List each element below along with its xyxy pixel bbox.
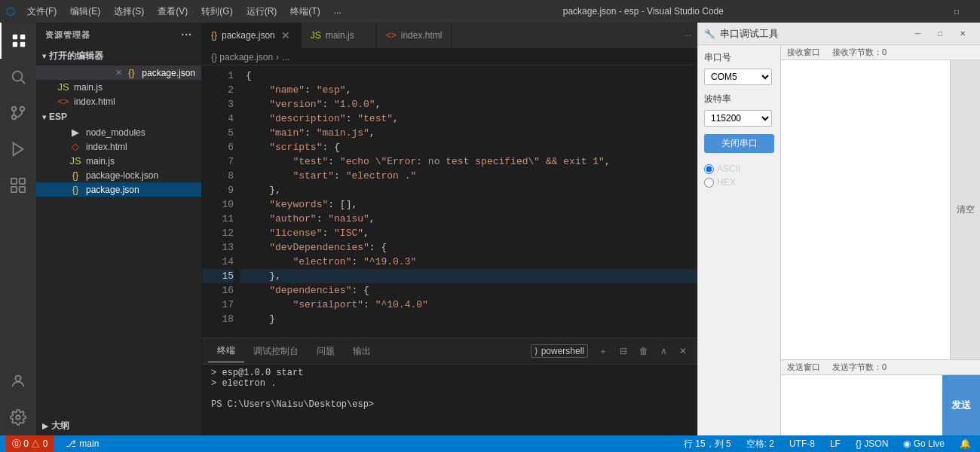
status-golive[interactable]: ◉ Go Live bbox=[900, 438, 948, 449]
svg-rect-3 bbox=[20, 42, 25, 47]
status-language[interactable]: {} JSON bbox=[853, 438, 891, 449]
serial-recv-area: 清空 bbox=[781, 60, 980, 359]
tab-package-json[interactable]: {} package.json ✕ bbox=[202, 23, 302, 48]
git-branch-icon: ⎇ bbox=[66, 438, 76, 449]
menu-more[interactable]: ... bbox=[328, 4, 348, 20]
serial-format-ascii[interactable]: ASCII bbox=[704, 163, 774, 174]
sidebar-index-html[interactable]: ◇ index.html bbox=[36, 139, 201, 154]
activity-explorer[interactable] bbox=[0, 23, 36, 59]
tab-close-package-json[interactable]: ✕ bbox=[280, 29, 292, 41]
activity-extensions[interactable] bbox=[0, 167, 36, 203]
tab-terminal[interactable]: 终端 bbox=[208, 340, 244, 362]
open-editor-index-html[interactable]: <> index.html bbox=[36, 94, 201, 108]
serial-maximize-btn[interactable]: □ bbox=[929, 26, 951, 42]
menu-goto[interactable]: 转到(G) bbox=[195, 4, 238, 20]
menu-file[interactable]: 文件(F) bbox=[21, 4, 63, 20]
serial-recv-header: 接收窗口 接收字节数：0 bbox=[781, 45, 980, 60]
status-spaces[interactable]: 空格: 2 bbox=[743, 438, 777, 450]
menu-run[interactable]: 运行(R) bbox=[240, 4, 283, 20]
serial-close-port-section: 关闭串口 bbox=[704, 134, 774, 153]
status-line-col[interactable]: 行 15，列 5 bbox=[681, 438, 734, 450]
esp-section[interactable]: ▾ ESP bbox=[36, 108, 201, 125]
terminal-close-btn[interactable]: ✕ bbox=[675, 344, 691, 358]
svg-rect-11 bbox=[11, 179, 17, 184]
tab-bar: {} package.json ✕ JS main.js <> index.ht… bbox=[202, 23, 697, 49]
menu-select[interactable]: 选择(S) bbox=[108, 4, 150, 20]
html-file-icon: ◇ bbox=[69, 141, 81, 152]
sidebar-node-modules[interactable]: ▶ node_modules bbox=[36, 125, 201, 139]
serial-send-textarea[interactable] bbox=[781, 375, 942, 435]
svg-rect-1 bbox=[20, 35, 25, 39]
terminal-line-4: PS C:\Users\Naisu\Desktop\esp> bbox=[211, 399, 688, 410]
serial-close-port-btn[interactable]: 关闭串口 bbox=[704, 134, 774, 153]
serial-port-label: 串口号 bbox=[704, 51, 774, 64]
status-encoding[interactable]: UTF-8 bbox=[786, 438, 818, 449]
serial-send-count-label: 发送字节数：0 bbox=[832, 362, 887, 373]
serial-minimize-btn[interactable]: ─ bbox=[906, 26, 929, 42]
serial-format-hex[interactable]: HEX bbox=[704, 177, 774, 188]
tab-more-button[interactable]: ··· bbox=[678, 23, 697, 48]
sidebar-more-icon[interactable]: ··· bbox=[181, 29, 192, 41]
serial-titlebar: 🔧 串口调试工具 ─ □ ✕ bbox=[698, 23, 980, 45]
code-content[interactable]: { "name": "esp", "version": "1.0.0", "de… bbox=[240, 66, 697, 337]
serial-panel: 🔧 串口调试工具 ─ □ ✕ 串口号 COM5 波特率 bbox=[697, 23, 980, 435]
breadcrumb: {} package.json › ... bbox=[202, 49, 697, 66]
activity-settings[interactable] bbox=[0, 399, 36, 435]
svg-point-15 bbox=[15, 376, 20, 381]
tab-debug-console[interactable]: 调试控制台 bbox=[244, 341, 308, 362]
sidebar-title: 资源管理器 bbox=[45, 29, 90, 41]
terminal-line-1: > esp@1.0.0 start bbox=[211, 368, 688, 378]
open-editor-main-js[interactable]: JS main.js bbox=[36, 80, 201, 94]
folder-collapsed-icon: ▶ bbox=[69, 127, 81, 138]
activity-search[interactable] bbox=[0, 59, 36, 95]
maximize-button[interactable]: □ bbox=[939, 0, 974, 23]
close-icon-package[interactable]: ✕ bbox=[115, 68, 122, 78]
svg-point-7 bbox=[12, 115, 17, 120]
menu-view[interactable]: 查看(V) bbox=[152, 4, 194, 20]
sidebar-package-lock[interactable]: {} package-lock.json bbox=[36, 168, 201, 182]
breadcrumb-separator: › bbox=[276, 52, 279, 63]
serial-port-select[interactable]: COM5 bbox=[704, 69, 772, 85]
file-icon-indexhtml: <> bbox=[57, 96, 69, 107]
terminal-chevron-up[interactable]: ∧ bbox=[656, 344, 672, 358]
breadcrumb-file: {} package.json bbox=[211, 52, 273, 63]
activity-debug[interactable] bbox=[0, 131, 36, 167]
tab-output[interactable]: 输出 bbox=[344, 341, 380, 362]
tab-main-js[interactable]: JS main.js bbox=[302, 23, 377, 48]
activity-git[interactable] bbox=[0, 95, 36, 131]
serial-baud-select[interactable]: 115200 bbox=[704, 110, 772, 127]
serial-send-btn[interactable]: 发送 bbox=[942, 375, 980, 435]
status-bell[interactable]: 🔔 bbox=[957, 438, 974, 449]
terminal-add-btn[interactable]: ＋ bbox=[594, 344, 612, 359]
editor-area: {} package.json ✕ JS main.js <> index.ht… bbox=[202, 23, 697, 435]
tab-index-html[interactable]: <> index.html bbox=[377, 23, 452, 48]
status-bar: ⓪ 0 △ 0 ⎇ main 行 15，列 5 空格: 2 UTF-8 LF {… bbox=[0, 435, 980, 452]
json-file-icon-lock: {} bbox=[69, 170, 81, 181]
menu-edit[interactable]: 编辑(E) bbox=[64, 4, 106, 20]
json-file-icon-pkg: {} bbox=[69, 184, 81, 195]
serial-clear-btn[interactable]: 清空 bbox=[950, 60, 980, 359]
sidebar-package-json[interactable]: {} package.json bbox=[36, 182, 201, 197]
serial-format-section: ASCII HEX bbox=[704, 163, 774, 188]
terminal-split-btn[interactable]: ⊟ bbox=[615, 344, 632, 358]
serial-recv-textarea[interactable] bbox=[781, 60, 950, 359]
open-editor-package-json[interactable]: ✕ {} package.json bbox=[36, 66, 201, 80]
outline-section[interactable]: ▶ 大纲 bbox=[36, 417, 201, 435]
status-line-ending[interactable]: LF bbox=[827, 438, 844, 449]
status-errors[interactable]: ⓪ 0 △ 0 bbox=[6, 435, 54, 452]
terminal-trash-btn[interactable]: 🗑 bbox=[635, 344, 653, 358]
serial-send-label-text: 发送窗口 bbox=[787, 362, 820, 373]
menu-bar: 文件(F) 编辑(E) 选择(S) 查看(V) 转到(G) 运行(R) 终端(T… bbox=[21, 4, 348, 20]
status-branch[interactable]: ⎇ main bbox=[63, 438, 102, 449]
terminal-shell-label: ⟩ powershell bbox=[531, 344, 588, 358]
svg-rect-0 bbox=[13, 35, 17, 39]
terminal-line-3 bbox=[211, 389, 688, 399]
serial-close-btn[interactable]: ✕ bbox=[951, 26, 974, 42]
open-editors-section[interactable]: ▾ 打开的编辑器 bbox=[36, 47, 201, 66]
menu-terminal[interactable]: 终端(T) bbox=[284, 4, 326, 20]
activity-account[interactable] bbox=[0, 363, 36, 399]
tab-problems[interactable]: 问题 bbox=[308, 341, 344, 362]
sidebar-main-js[interactable]: JS main.js bbox=[36, 154, 201, 168]
terminal-content[interactable]: > esp@1.0.0 start > electron . PS C:\Use… bbox=[202, 365, 697, 435]
svg-marker-10 bbox=[14, 143, 23, 156]
